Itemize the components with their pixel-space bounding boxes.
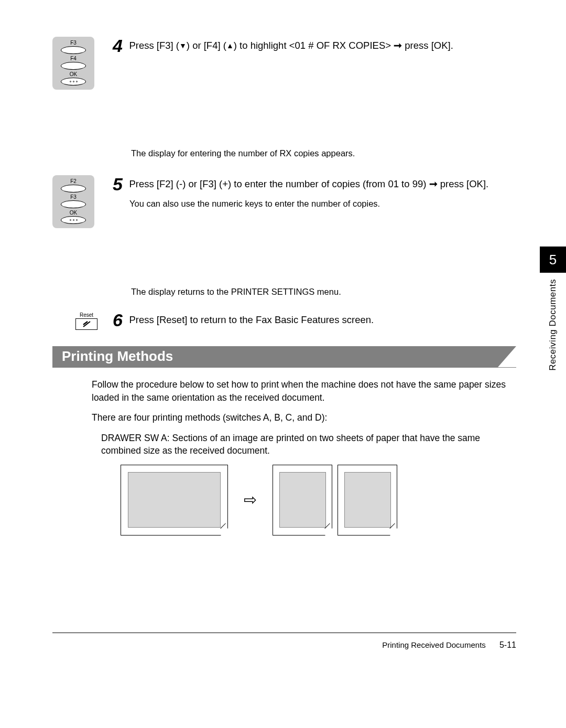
section-p2: There are four printing methods (switche… (92, 411, 516, 424)
step-number: 5 (113, 174, 123, 195)
footer-title: Printing Received Documents (382, 640, 486, 649)
reset-icon (82, 320, 91, 328)
step5-after-text: The display returns to the PRINTER SETTI… (131, 286, 516, 298)
key-ok-label: OK (70, 210, 77, 216)
step-number: 4 (113, 36, 123, 56)
step-6: Reset 6 Press [Reset] to return to the F… (52, 311, 516, 330)
keypad-icon: F3 F4 OK (52, 37, 113, 90)
step-text: Press [Reset] to return to the Fax Basic… (129, 314, 374, 325)
step-4: F3 F4 OK 4 Press [F3] (▼) or [F4] (▲) to… (52, 37, 516, 90)
step-text: Press [F3] (▼) or [F4] (▲) to highlight … (129, 40, 453, 51)
chapter-number: 5 (540, 247, 566, 273)
step-text: Press [F2] (-) or [F3] (+) to enter the … (129, 178, 488, 189)
step-5: F2 F3 OK 5 Press [F2] (-) or [F3] (+) to… (52, 175, 516, 228)
key-ok-label: OK (70, 71, 77, 77)
footer: Printing Received Documents 5-11 (52, 633, 516, 650)
key-f4-label: F4 (70, 56, 77, 61)
key-f3-label: F3 (70, 40, 77, 46)
split-page-right-icon (338, 465, 397, 536)
keypad-icon: F2 F3 OK (52, 175, 113, 228)
chapter-tab: 5 Receiving Documents (540, 247, 566, 371)
step4-after-text: The display for entering the number of R… (131, 147, 516, 159)
step-note: You can also use the numeric keys to ent… (129, 198, 516, 210)
reset-label: Reset (80, 312, 93, 318)
section-p1: Follow the procedure below to set how to… (92, 378, 516, 404)
section-p3: DRAWER SW A: Sections of an image are pr… (101, 432, 516, 457)
key-f3-label: F3 (70, 194, 77, 200)
section-body: Follow the procedure below to set how to… (92, 378, 516, 536)
wide-page-icon (121, 465, 228, 536)
footer-page: 5-11 (499, 640, 516, 649)
split-page-left-icon (273, 465, 332, 536)
key-f2-label: F2 (70, 178, 77, 184)
reset-key-icon: Reset (52, 311, 113, 330)
arrow-right-icon: ⇨ (244, 489, 257, 511)
chapter-title: Receiving Documents (548, 279, 558, 371)
diagram-drawer-a: ⇨ (121, 465, 516, 536)
section-heading: Printing Methods (52, 346, 516, 368)
step-number: 6 (113, 310, 123, 330)
